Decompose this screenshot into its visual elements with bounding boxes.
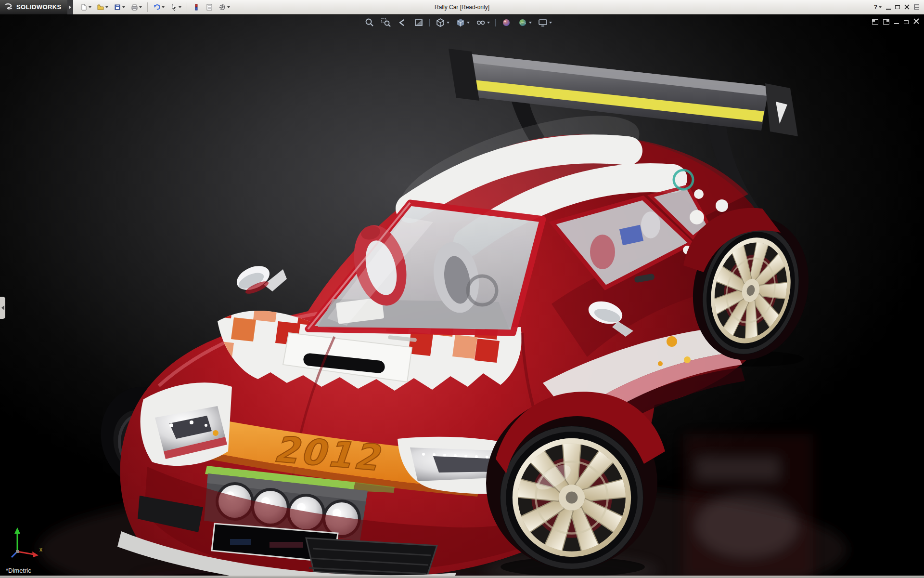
doc-close-button[interactable] (913, 17, 919, 26)
previous-view-button[interactable] (395, 17, 410, 28)
dropdown-caret-icon (529, 22, 532, 24)
y-axis-arrow-icon (14, 527, 20, 534)
grid-icon (914, 4, 919, 10)
previous-view-icon (397, 18, 408, 27)
expand-arrow-icon (69, 5, 71, 9)
standard-toolbar (73, 1, 237, 13)
minimize-button[interactable] (886, 5, 891, 10)
select-cursor-icon (170, 3, 178, 11)
window-controls: ? (874, 3, 924, 12)
document-title: Rally Car [Read-only] (435, 4, 489, 11)
x-axis-arrow-icon (32, 552, 38, 557)
print-icon (130, 3, 138, 11)
view-settings-button[interactable] (536, 17, 554, 28)
dropdown-caret-icon (487, 22, 490, 24)
dropdown-caret-icon (122, 6, 125, 8)
collapse-arrow-icon (1, 305, 4, 310)
toolbar-separator (147, 2, 148, 12)
toolbar-separator (495, 19, 496, 26)
options-button[interactable] (217, 1, 232, 13)
help-label: ? (874, 4, 877, 11)
left-mirror[interactable] (233, 261, 287, 296)
dropdown-caret-icon (179, 6, 181, 8)
new-document-icon (80, 3, 88, 11)
options-gear-icon (218, 3, 226, 11)
section-view-icon (413, 18, 424, 27)
zoom-to-fit-icon (364, 18, 375, 27)
dropdown-caret-icon (549, 22, 552, 24)
section-view-button[interactable] (411, 17, 426, 28)
zoom-to-fit-button[interactable] (362, 17, 377, 28)
dock-left-icon (872, 19, 878, 25)
select-button[interactable] (168, 1, 183, 13)
graphics-area[interactable]: 2012 (0, 15, 924, 576)
display-style-icon (455, 18, 466, 27)
dropdown-caret-icon (227, 6, 230, 8)
restore-icon (904, 20, 909, 24)
open-folder-icon (97, 3, 104, 11)
edit-appearance-button[interactable] (499, 17, 513, 28)
doc-restore-button[interactable] (904, 20, 909, 24)
zoom-to-area-icon (381, 18, 391, 27)
menu-expand-button[interactable] (67, 0, 73, 14)
brand-text: SOLIDWORKS (16, 3, 62, 11)
zoom-to-area-button[interactable] (379, 17, 393, 28)
window-border (0, 576, 924, 578)
dropdown-caret-icon (447, 22, 449, 24)
heads-up-view-toolbar (362, 17, 554, 28)
apply-scene-icon (517, 18, 528, 27)
save-icon (114, 3, 121, 11)
hide-show-items-icon (475, 18, 486, 27)
undo-icon (153, 3, 161, 11)
doc-minimize-button[interactable] (894, 19, 899, 24)
scene-svg[interactable]: 2012 (0, 15, 924, 576)
toolbar-separator (187, 2, 187, 12)
restore-button[interactable] (895, 5, 900, 9)
display-style-button[interactable] (453, 17, 472, 28)
toolbar-separator (429, 19, 430, 26)
file-properties-icon (205, 3, 213, 11)
edit-appearance-icon (501, 18, 512, 27)
dassault-systemes-logo-icon (4, 3, 13, 11)
undo-button[interactable] (151, 1, 167, 13)
open-button[interactable] (95, 1, 110, 13)
featuremanager-collapse-tab[interactable] (0, 297, 5, 319)
dropdown-caret-icon (162, 6, 165, 8)
dropdown-caret-icon (139, 6, 142, 8)
resources-button[interactable] (914, 4, 919, 10)
new-document-button[interactable] (78, 1, 93, 13)
restore-icon (895, 5, 900, 9)
document-window-controls (872, 17, 919, 26)
selection-filter-icon (192, 3, 200, 11)
selection-filter-button[interactable] (191, 1, 202, 13)
orientation-triad: x (9, 524, 46, 561)
print-button[interactable] (128, 1, 144, 13)
dock-right-icon (883, 19, 889, 25)
view-orientation-cube-icon (435, 18, 446, 27)
close-icon (904, 4, 910, 10)
solidworks-brand: SOLIDWORKS (0, 0, 67, 14)
apply-scene-button[interactable] (515, 17, 534, 28)
dock-left-button[interactable] (872, 19, 878, 25)
x-axis-label: x (39, 546, 42, 553)
dropdown-caret-icon (879, 6, 882, 8)
close-icon (913, 18, 919, 24)
dropdown-caret-icon (105, 6, 108, 8)
titlebar: SOLIDWORKS (0, 0, 924, 14)
view-orientation-status: *Dimetric (6, 567, 31, 574)
hide-show-items-button[interactable] (474, 17, 492, 28)
dropdown-caret-icon (467, 22, 470, 24)
file-properties-button[interactable] (204, 1, 215, 13)
dropdown-caret-icon (89, 6, 91, 8)
help-button[interactable]: ? (874, 4, 882, 11)
view-settings-icon (538, 18, 548, 27)
minimize-icon (886, 9, 891, 10)
dock-right-button[interactable] (883, 19, 889, 25)
close-button[interactable] (904, 3, 910, 12)
view-orientation-button[interactable] (433, 17, 451, 28)
save-button[interactable] (112, 1, 127, 13)
minimize-icon (894, 23, 899, 24)
